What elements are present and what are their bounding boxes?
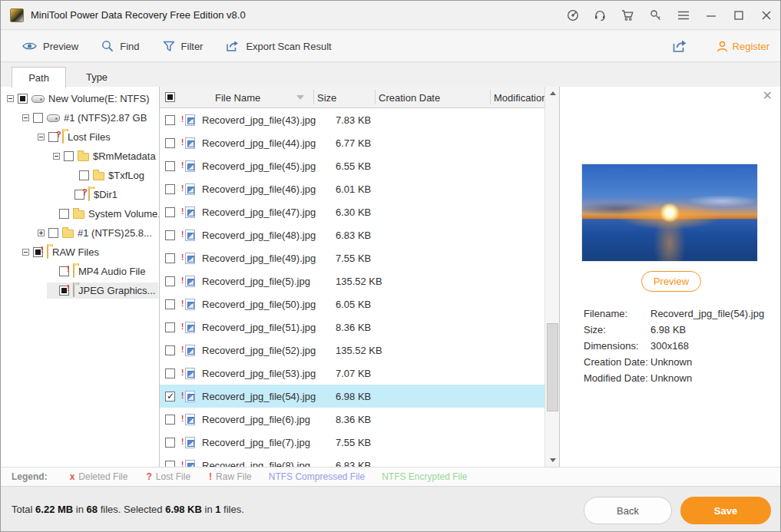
- find-button[interactable]: Find: [101, 40, 139, 52]
- file-row[interactable]: !Recoverd_jpg_file(52).jpg135.52 KB: [160, 339, 544, 362]
- jpeg-file-icon: !: [185, 345, 195, 356]
- column-header-size[interactable]: Size: [317, 87, 336, 108]
- preview-large-button[interactable]: Preview: [641, 271, 701, 292]
- file-name: Recoverd_jpg_file(7).jpg: [202, 437, 319, 448]
- back-button[interactable]: Back: [584, 497, 672, 524]
- tree-item-system-volume[interactable]: System Volume...: [1, 204, 159, 223]
- file-size: 8.36 KB: [336, 322, 371, 333]
- column-label: Modification: [494, 92, 547, 104]
- scroll-up-arrow[interactable]: [545, 87, 559, 100]
- file-row[interactable]: !Recoverd_jpg_file(5).jpg135.52 KB: [160, 269, 544, 292]
- collapse-icon[interactable]: [22, 114, 29, 121]
- lost-mark: ?: [146, 471, 151, 482]
- column-header-file-name[interactable]: File Name: [215, 87, 260, 108]
- row-checkbox[interactable]: [165, 438, 175, 448]
- tab-path[interactable]: Path: [12, 67, 66, 88]
- shopping-cart-icon[interactable]: [621, 9, 634, 22]
- detail-row: Modified Date:Unknown: [584, 370, 764, 386]
- file-name: Recoverd_jpg_file(50).jpg: [202, 299, 319, 310]
- file-row[interactable]: !Recoverd_jpg_file(47).jpg6.30 KB: [160, 200, 544, 223]
- row-checkbox[interactable]: [165, 415, 175, 425]
- expand-icon[interactable]: [38, 230, 45, 236]
- jpeg-file-icon: !: [185, 230, 195, 241]
- menu-icon[interactable]: [677, 9, 690, 22]
- file-row[interactable]: !Recoverd_jpg_file(6).jpg8.36 KB: [160, 408, 544, 431]
- tree-item-jpeg-graphics[interactable]: ! JPEG Graphics...: [1, 281, 159, 300]
- preview-close-icon[interactable]: ✕: [763, 90, 773, 102]
- file-row[interactable]: !Recoverd_jpg_file(44).jpg6.77 KB: [160, 131, 544, 154]
- row-checkbox[interactable]: [165, 345, 175, 355]
- filter-button[interactable]: Filter: [163, 41, 204, 52]
- file-row[interactable]: !Recoverd_jpg_file(46).jpg6.01 KB: [160, 177, 544, 200]
- select-all-checkbox[interactable]: [165, 92, 175, 102]
- maximize-button[interactable]: [732, 9, 745, 22]
- file-row[interactable]: !Recoverd_jpg_file(45).jpg6.55 KB: [160, 154, 544, 177]
- file-row[interactable]: !Recoverd_jpg_file(50).jpg6.05 KB: [160, 292, 544, 316]
- folder-icon: [62, 131, 64, 144]
- file-row[interactable]: !Recoverd_jpg_file(7).jpg7.55 KB: [160, 431, 544, 454]
- license-key-icon[interactable]: [649, 9, 662, 22]
- close-button[interactable]: [759, 9, 773, 22]
- column-divider[interactable]: [490, 90, 491, 104]
- file-row[interactable]: !Recoverd_jpg_file(48).jpg6.83 KB: [160, 223, 544, 246]
- row-checkbox[interactable]: [165, 230, 175, 240]
- row-checkbox[interactable]: [165, 253, 175, 263]
- row-checkbox[interactable]: [165, 368, 175, 378]
- column-header-creation-date[interactable]: Creation Date: [379, 87, 440, 108]
- row-checkbox[interactable]: [165, 161, 175, 171]
- row-checkbox[interactable]: [165, 299, 175, 309]
- row-checkbox[interactable]: [165, 184, 175, 194]
- scroll-down-arrow[interactable]: [545, 454, 559, 467]
- row-checkbox[interactable]: [165, 138, 175, 148]
- row-checkbox[interactable]: [165, 207, 175, 217]
- tree-checkbox[interactable]: [59, 209, 69, 219]
- tree-checkbox[interactable]: [48, 228, 58, 238]
- export-scan-result-button[interactable]: Export Scan Result: [226, 40, 331, 52]
- row-checkbox-checked[interactable]: [165, 392, 175, 401]
- tree-checkbox[interactable]: [33, 113, 43, 123]
- lost-file-mark: ?: [82, 187, 88, 197]
- tree-checkbox[interactable]: [18, 94, 28, 104]
- column-header-modification[interactable]: Modification: [494, 87, 547, 108]
- preview-button[interactable]: Preview: [22, 41, 78, 52]
- tree-item-rmmetadata[interactable]: $RmMetadata: [1, 147, 159, 166]
- column-divider[interactable]: [313, 90, 314, 104]
- tab-type[interactable]: Type: [66, 67, 127, 88]
- column-divider[interactable]: [375, 90, 376, 104]
- tree-item-dir1[interactable]: ? $Dir1: [1, 185, 159, 204]
- tree-item-partition-2[interactable]: #1 (NTFS)25.8...: [1, 223, 159, 243]
- scrollbar-thumb[interactable]: [547, 323, 558, 411]
- file-row[interactable]: !Recoverd_jpg_file(49).jpg7.55 KB: [160, 246, 544, 269]
- sort-descending-icon[interactable]: [296, 95, 304, 100]
- tree-item-txflog[interactable]: $TxfLog: [1, 166, 159, 185]
- row-checkbox[interactable]: [165, 115, 175, 125]
- collapse-icon[interactable]: [7, 95, 14, 102]
- tree-item-raw-files[interactable]: ! RAW Files: [1, 243, 159, 262]
- row-checkbox[interactable]: [165, 276, 175, 286]
- register-button[interactable]: Register: [716, 41, 769, 52]
- tree-checkbox[interactable]: [64, 151, 74, 161]
- row-checkbox[interactable]: [165, 461, 175, 468]
- bootable-media-disc-icon[interactable]: [566, 9, 579, 22]
- collapse-icon[interactable]: [22, 249, 29, 256]
- minimize-button[interactable]: [704, 9, 717, 22]
- folder-icon: [93, 172, 104, 180]
- support-headset-icon[interactable]: [594, 9, 607, 22]
- file-row[interactable]: !Recoverd_jpg_file(53).jpg7.07 KB: [160, 362, 544, 385]
- tree-item-partition-1[interactable]: #1 (NTFS)2.87 GB: [1, 108, 159, 127]
- tree-item-mp4-audio[interactable]: ! MP4 Audio File: [1, 262, 159, 281]
- file-row[interactable]: !Recoverd_jpg_file(8).jpg6.83 KB: [160, 454, 544, 467]
- file-row[interactable]: !Recoverd_jpg_file(43).jpg7.83 KB: [160, 108, 544, 131]
- vertical-scrollbar[interactable]: [544, 87, 559, 467]
- row-checkbox[interactable]: [165, 322, 175, 332]
- tree-item-lost-files[interactable]: ? Lost Files: [1, 127, 159, 147]
- share-icon[interactable]: [672, 39, 687, 53]
- collapse-icon[interactable]: [38, 134, 45, 140]
- tree-checkbox[interactable]: [79, 170, 89, 180]
- file-row[interactable]: !Recoverd_jpg_file(51).jpg8.36 KB: [160, 316, 544, 339]
- tree-item-new-volume[interactable]: New Volume(E: NTFS): [1, 89, 159, 108]
- save-button[interactable]: Save: [680, 497, 771, 524]
- jpeg-file-icon: !: [185, 183, 195, 195]
- collapse-icon[interactable]: [53, 153, 60, 160]
- file-row-selected[interactable]: !Recoverd_jpg_file(54).jpg6.98 KB: [160, 385, 544, 408]
